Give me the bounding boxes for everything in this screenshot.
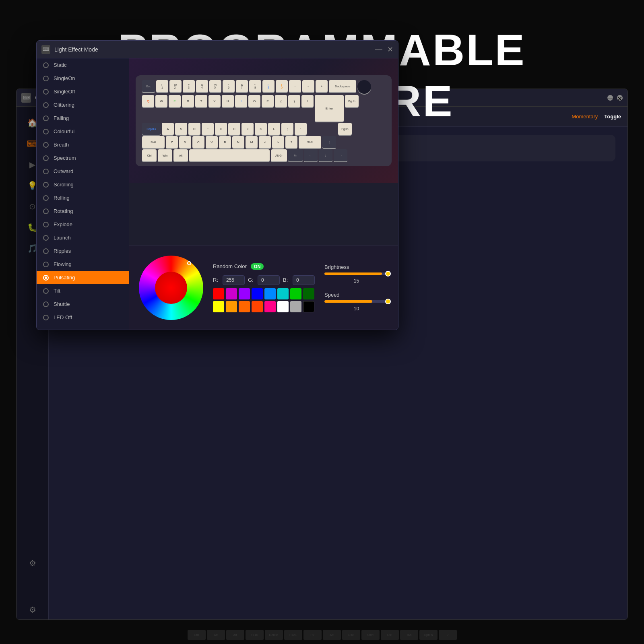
key-m-j[interactable]: J xyxy=(242,123,254,135)
key-m-d[interactable]: D xyxy=(188,123,200,135)
key-m-9[interactable]: (9 xyxy=(262,80,275,92)
effect-item-glittering[interactable]: Glittering xyxy=(37,98,129,111)
key-m-x[interactable]: X xyxy=(179,136,191,148)
sidebar-settings2-icon[interactable]: ⚙ xyxy=(23,600,42,619)
swatch-darkgreen[interactable] xyxy=(303,288,314,299)
key-m-lbracket[interactable]: { xyxy=(275,95,287,107)
modal-minimize-button[interactable]: — xyxy=(375,45,382,54)
key-m-backslash[interactable]: \ xyxy=(301,95,314,107)
key-m-r[interactable]: R xyxy=(182,95,194,107)
key-m-left[interactable]: ← xyxy=(304,149,318,161)
key-m-up[interactable]: ↑ xyxy=(322,136,336,148)
key-m-2[interactable]: @2 xyxy=(169,80,182,92)
key-m-equals[interactable]: = xyxy=(302,80,314,92)
effect-item-ripples[interactable]: Ripples xyxy=(37,244,129,258)
key-m-pgup[interactable]: PgUp xyxy=(345,95,359,107)
effect-item-shuttle[interactable]: Shuttle xyxy=(37,297,129,311)
key-m-minus[interactable]: - xyxy=(289,80,301,92)
key-m-win[interactable]: Win xyxy=(158,149,172,161)
key-m-plus[interactable]: + xyxy=(316,80,328,92)
key-m-slash[interactable]: ? xyxy=(285,136,297,148)
swatch-vermillion[interactable] xyxy=(252,301,263,312)
key-m-3[interactable]: #3 xyxy=(183,80,195,92)
key-m-l[interactable]: L xyxy=(268,123,280,135)
key-m-0[interactable]: )0 xyxy=(276,80,288,92)
key-m-alt[interactable]: Alt xyxy=(173,149,188,161)
key-m-5[interactable]: %5 xyxy=(209,80,221,92)
effect-item-explode[interactable]: Explode xyxy=(37,218,129,231)
effect-item-ledoff[interactable]: LED Off xyxy=(37,311,129,324)
key-m-shift-r[interactable]: Shift xyxy=(299,136,321,148)
key-m-semicolon[interactable]: ; xyxy=(281,123,293,135)
key-m-g[interactable]: G xyxy=(215,123,227,135)
key-m-ctrl[interactable]: Ctrl xyxy=(142,149,157,161)
swatch-magenta[interactable] xyxy=(226,288,237,299)
effect-item-breath[interactable]: Breath xyxy=(37,138,129,151)
key-m-p[interactable]: P xyxy=(262,95,274,107)
effect-item-singleoff[interactable]: SingleOff xyxy=(37,85,129,98)
effect-item-spectrum[interactable]: Spectrum xyxy=(37,151,129,165)
speed-thumb[interactable] xyxy=(385,299,391,304)
effect-item-rotating[interactable]: Rotating xyxy=(37,204,129,218)
swatch-blue[interactable] xyxy=(252,288,263,299)
swatch-cyan[interactable] xyxy=(277,288,289,299)
key-m-c[interactable]: C xyxy=(192,136,204,148)
effect-item-falling[interactable]: Falling xyxy=(37,111,129,125)
key-m-esc[interactable]: Esc xyxy=(142,80,155,92)
speed-slider[interactable] xyxy=(324,300,388,303)
key-m-b[interactable]: B xyxy=(219,136,231,148)
brightness-thumb[interactable] xyxy=(385,271,391,277)
swatch-black[interactable] xyxy=(303,301,314,312)
swatch-skyblue[interactable] xyxy=(264,288,276,299)
swatch-pink[interactable] xyxy=(264,301,276,312)
key-m-q-tab[interactable]: Q xyxy=(142,95,154,107)
key-m-enter[interactable]: Enter xyxy=(315,95,344,122)
key-m-comma[interactable]: < xyxy=(259,136,271,148)
key-m-s[interactable]: S xyxy=(175,123,187,135)
r-input[interactable] xyxy=(223,275,245,285)
key-m-capslock[interactable]: CapsLk xyxy=(142,123,161,135)
swatch-red[interactable] xyxy=(213,288,224,299)
key-m-fn[interactable]: Fn xyxy=(288,149,303,161)
key-m-pgdn[interactable]: PgDn xyxy=(338,123,352,135)
effect-item-colourful[interactable]: Colourful xyxy=(37,125,129,138)
effect-item-pulsating[interactable]: Pulsating xyxy=(37,271,129,284)
key-m-4[interactable]: $4 xyxy=(196,80,208,92)
modal-close-button[interactable]: ✕ xyxy=(387,45,393,54)
random-color-toggle[interactable]: ON xyxy=(251,263,264,270)
swatch-green[interactable] xyxy=(290,288,301,299)
effect-item-rolling[interactable]: Rolling xyxy=(37,191,129,204)
key-m-o[interactable]: O xyxy=(248,95,260,107)
key-m-a[interactable]: A xyxy=(162,123,174,135)
key-m-y[interactable]: Y xyxy=(208,95,221,107)
key-m-z[interactable]: Z xyxy=(166,136,178,148)
g-input[interactable] xyxy=(258,275,280,285)
effect-item-flowing[interactable]: Flowing xyxy=(37,258,129,271)
color-wheel[interactable] xyxy=(139,256,203,320)
key-m-quote[interactable]: ' xyxy=(295,123,307,135)
key-m-rbracket[interactable]: } xyxy=(288,95,300,107)
key-m-i[interactable]: I xyxy=(235,95,247,107)
key-m-w[interactable]: W xyxy=(155,95,167,107)
swatch-orange[interactable] xyxy=(239,301,250,312)
key-m-backspace[interactable]: Backspace xyxy=(329,80,356,92)
key-m-altgr[interactable]: Alt Gr xyxy=(271,149,287,161)
b-input[interactable] xyxy=(293,275,315,285)
effect-item-outward[interactable]: Outward xyxy=(37,165,129,178)
effect-item-static[interactable]: Static xyxy=(37,58,129,72)
sidebar-settings-icon[interactable]: ⚙ xyxy=(23,553,42,573)
key-m-down[interactable]: ↓ xyxy=(319,149,332,161)
key-m-k[interactable]: K xyxy=(255,123,267,135)
swatch-gray[interactable] xyxy=(290,301,301,312)
swatch-amber[interactable] xyxy=(226,301,237,312)
effect-item-scrolling[interactable]: Scrolling xyxy=(37,178,129,191)
key-m-6[interactable]: ^6 xyxy=(223,80,235,92)
key-m-knob[interactable] xyxy=(357,80,371,94)
key-m-space[interactable] xyxy=(189,149,270,161)
key-m-u[interactable]: U xyxy=(222,95,234,107)
effect-item-launch[interactable]: Launch xyxy=(37,231,129,244)
effect-item-tilt[interactable]: Tilt xyxy=(37,284,129,297)
swatch-purple[interactable] xyxy=(239,288,250,299)
key-m-period[interactable]: > xyxy=(272,136,284,148)
effect-item-singleon[interactable]: SingleOn xyxy=(37,72,129,85)
